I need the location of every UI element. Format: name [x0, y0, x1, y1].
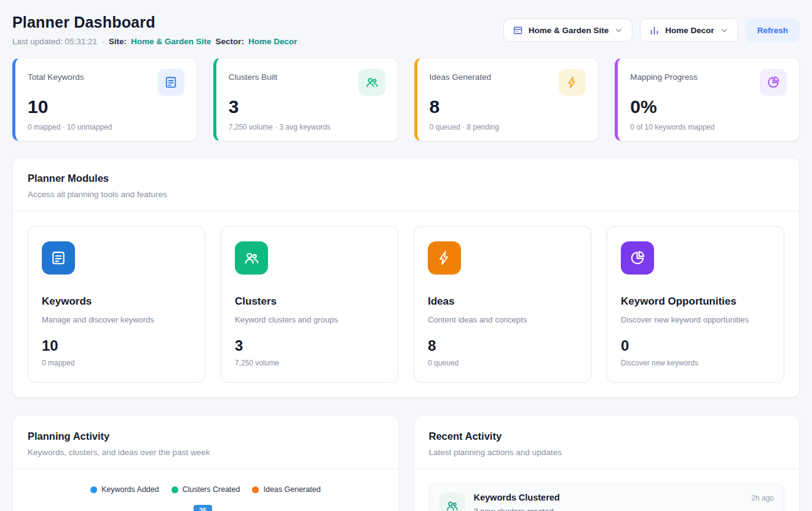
stat-detail: 7,250 volume · 3 avg keywords: [229, 123, 385, 131]
chevron-down-icon: [720, 26, 729, 35]
module-title: Clusters: [235, 295, 384, 308]
section-title: Planner Modules: [28, 173, 784, 184]
bottom-row: Planning Activity Keywords, clusters, an…: [12, 415, 800, 511]
legend-item-keywords-added: Keywords Added: [90, 485, 159, 494]
stat-detail: 0 of 10 keywords mapped: [630, 123, 787, 131]
page-subtitle: Last updated: 05:31:21 · Site: Home & Ga…: [12, 37, 297, 46]
activity-item-keywords-clustered: Keywords Clustered 2h ago 3 new clusters…: [429, 483, 785, 511]
users-icon: [358, 69, 385, 96]
stat-card-top: Ideas Generated: [430, 69, 586, 96]
module-description: Manage and discover keywords: [42, 315, 191, 324]
planning-activity-header: Planning Activity Keywords, clusters, an…: [13, 416, 398, 469]
stat-card-ideas-generated: Ideas Generated 8 0 queued · 8 pending: [414, 58, 599, 141]
header-left: Planner Dashboard Last updated: 05:31:21…: [12, 14, 297, 46]
lightning-icon: [428, 241, 461, 275]
planner-dashboard-page: Planner Dashboard Last updated: 05:31:21…: [0, 0, 812, 511]
legend-label: Keywords Added: [101, 485, 159, 494]
section-subtitle: Latest planning actions and updates: [429, 448, 785, 457]
stat-value: 0%: [630, 96, 787, 117]
site-label: Site:: [109, 37, 127, 46]
activity-body: Keywords Clustered 2h ago 3 new clusters…: [474, 493, 775, 511]
activity-time: 2h ago: [751, 494, 774, 502]
stat-detail: 0 queued · 8 pending: [430, 123, 586, 131]
header-controls: Home & Garden Site Home Decor Refresh: [503, 18, 800, 42]
section-title: Planning Activity: [28, 431, 384, 442]
stat-label: Clusters Built: [229, 69, 278, 82]
legend-dot: [252, 486, 259, 493]
stat-card-top: Clusters Built: [229, 69, 385, 96]
module-card-keyword-opportunities[interactable]: Keyword Opportunities Discover new keywo…: [607, 226, 784, 383]
module-value: 0: [621, 337, 770, 354]
site-icon: [513, 25, 523, 36]
activity-list: Keywords Clustered 2h ago 3 new clusters…: [414, 469, 800, 511]
planner-modules-section: Planner Modules Access all planning tool…: [12, 157, 800, 398]
module-detail: 0 queued: [428, 359, 577, 367]
section-title: Recent Activity: [429, 431, 785, 442]
pie-chart-icon: [760, 69, 787, 96]
activity-title: Keywords Clustered: [474, 493, 560, 502]
module-title: Keyword Opportunities: [621, 295, 770, 308]
bar-chart-icon: [649, 25, 660, 36]
users-icon: [440, 493, 465, 511]
recent-activity-header: Recent Activity Latest planning actions …: [414, 416, 800, 469]
legend-label: Ideas Generated: [263, 485, 320, 494]
stat-card-clusters-built: Clusters Built 3 7,250 volume · 3 avg ke…: [213, 58, 398, 141]
module-title: Ideas: [428, 295, 577, 308]
document-icon: [42, 241, 75, 275]
planning-activity-chart: 25 25 24: [13, 494, 398, 511]
legend-item-ideas-generated: Ideas Generated: [252, 485, 320, 494]
module-card-keywords[interactable]: Keywords Manage and discover keywords 10…: [28, 226, 205, 383]
stat-card-top: Mapping Progress: [630, 69, 787, 96]
sector-label: Sector:: [215, 37, 244, 46]
stat-card-top: Total Keywords: [28, 69, 184, 96]
refresh-button[interactable]: Refresh: [746, 18, 800, 42]
stat-card-mapping-progress: Mapping Progress 0% 0 of 10 keywords map…: [615, 58, 800, 141]
stat-card-total-keywords: Total Keywords 10 0 mapped · 10 unmapped: [12, 58, 197, 141]
site-selector-label: Home & Garden Site: [529, 26, 609, 35]
section-subtitle: Keywords, clusters, and ideas over the p…: [28, 448, 384, 457]
module-detail: 0 mapped: [42, 359, 191, 367]
activity-description: 3 new clusters created: [474, 507, 775, 511]
legend-label: Clusters Created: [183, 485, 240, 494]
stat-value: 10: [28, 96, 184, 117]
planner-modules-header: Planner Modules Access all planning tool…: [13, 158, 799, 211]
chart-legend: Keywords Added Clusters Created Ideas Ge…: [13, 485, 398, 494]
lightning-icon: [559, 69, 586, 96]
stats-row: Total Keywords 10 0 mapped · 10 unmapped…: [12, 58, 800, 141]
stat-detail: 0 mapped · 10 unmapped: [28, 123, 184, 131]
activity-top: Keywords Clustered 2h ago: [474, 493, 775, 502]
pie-chart-icon: [621, 241, 654, 275]
module-detail: Discover new keywords: [621, 359, 770, 367]
legend-item-clusters-created: Clusters Created: [171, 485, 240, 494]
module-card-ideas[interactable]: Ideas Content ideas and concepts 8 0 que…: [414, 226, 591, 383]
module-card-clusters[interactable]: Clusters Keyword clusters and groups 3 7…: [221, 226, 398, 383]
legend-dot: [90, 486, 97, 493]
planning-activity-panel: Planning Activity Keywords, clusters, an…: [12, 415, 399, 511]
sector-selector-dropdown[interactable]: Home Decor: [640, 18, 738, 42]
module-value: 3: [235, 337, 384, 354]
stat-value: 8: [430, 96, 586, 117]
recent-activity-panel: Recent Activity Latest planning actions …: [414, 415, 800, 511]
section-subtitle: Access all planning tools and features: [28, 190, 784, 199]
site-link[interactable]: Home & Garden Site: [131, 37, 211, 46]
site-selector-dropdown[interactable]: Home & Garden Site: [503, 18, 633, 42]
module-value: 10: [42, 337, 191, 354]
module-title: Keywords: [42, 295, 191, 308]
stat-label: Ideas Generated: [430, 69, 492, 82]
sector-link[interactable]: Home Decor: [248, 37, 298, 46]
module-description: Keyword clusters and groups: [235, 315, 384, 324]
chevron-down-icon: [614, 26, 623, 35]
modules-grid: Keywords Manage and discover keywords 10…: [13, 211, 799, 397]
stat-value: 3: [229, 96, 385, 117]
document-icon: [157, 69, 184, 96]
module-value: 8: [428, 337, 577, 354]
users-icon: [235, 241, 268, 275]
point-label: 25: [199, 507, 207, 511]
page-header: Planner Dashboard Last updated: 05:31:21…: [12, 14, 800, 46]
area-chart: 25 25 24: [23, 501, 386, 511]
stat-label: Total Keywords: [28, 69, 84, 82]
separator-dot: ·: [101, 37, 104, 46]
module-detail: 7,250 volume: [235, 359, 384, 367]
stat-label: Mapping Progress: [630, 69, 698, 82]
sector-selector-label: Home Decor: [665, 26, 714, 35]
